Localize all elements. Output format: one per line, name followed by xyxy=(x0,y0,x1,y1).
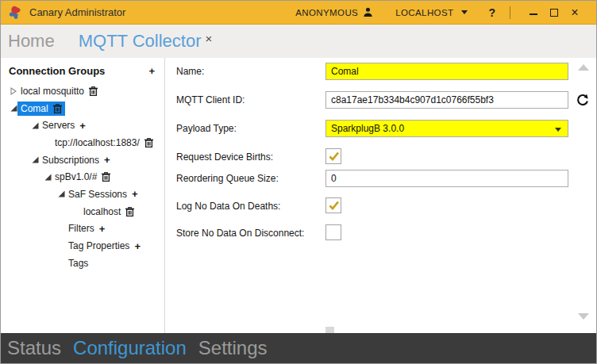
titlebar-divider xyxy=(510,6,510,19)
tree-item-content: localhost xyxy=(83,206,134,217)
tree-item-label: localhost xyxy=(83,206,121,217)
tree-item-servers[interactable]: Servers+ xyxy=(1,117,164,134)
form-row-store-no-data-on-disconnect: Store No Data On Disconnect: xyxy=(165,224,596,242)
trash-icon[interactable] xyxy=(102,172,110,182)
chevron-down-icon xyxy=(461,10,468,14)
store-no-data-on-disconnect-checkbox[interactable] xyxy=(325,224,341,240)
expanded-expander-icon[interactable] xyxy=(44,174,52,181)
add-icon[interactable]: + xyxy=(134,241,141,251)
tab-label: MQTT Collector xyxy=(79,31,202,52)
tree-item-local-mosquitto[interactable]: local mosquitto xyxy=(1,82,164,100)
add-icon[interactable]: + xyxy=(79,121,86,131)
form-row-log-no-data-on-deaths: Log No Data On Deaths: xyxy=(165,197,596,215)
add-icon[interactable]: + xyxy=(104,155,110,165)
user-menu[interactable]: ANONYMOUS xyxy=(295,7,373,17)
trash-icon[interactable] xyxy=(53,104,62,113)
field-label: Store No Data On Disconnect: xyxy=(176,224,304,242)
tab-label: Home xyxy=(8,31,55,52)
footer-tab-settings[interactable]: Settings xyxy=(198,337,268,359)
form-row-request-device-births: Request Device Births: xyxy=(165,148,596,166)
splitter-handle[interactable] xyxy=(325,327,334,333)
form-row-reordering-queue-size: Reordering Queue Size: xyxy=(165,170,596,187)
checkmark-icon xyxy=(328,151,340,162)
tree-item-label: Filters xyxy=(68,223,94,234)
field-label: Name: xyxy=(176,63,204,80)
tree-item-content: SaF Sessions+ xyxy=(68,189,138,200)
field-label: MQTT Client ID: xyxy=(176,91,245,109)
main-content: Connection Groups + local mosquittoComal… xyxy=(1,58,596,333)
tree-item-content: spBv1.0/# xyxy=(55,171,110,182)
trash-icon[interactable] xyxy=(125,207,134,216)
tree-item-content: Tags xyxy=(68,258,88,269)
tree-item-localhost[interactable]: localhost xyxy=(1,203,164,220)
name-input[interactable] xyxy=(325,63,568,80)
tree-item-label: spBv1.0/# xyxy=(55,171,97,182)
expanded-expander-icon[interactable] xyxy=(10,105,17,112)
expanded-expander-icon[interactable] xyxy=(32,122,39,129)
tree-item-tcp-localhost-1883[interactable]: tcp://localhost:1883/ xyxy=(1,134,164,151)
footer-tab-status[interactable]: Status xyxy=(7,337,61,359)
tab-close-icon[interactable]: × xyxy=(206,32,213,45)
app-window: Canary Administrator ANONYMOUS LOCALHOST… xyxy=(0,0,597,364)
selected-tree-item: Comal xyxy=(17,102,65,116)
form-row-payload-type: Payload Type:SparkplugB 3.0.0 xyxy=(165,120,596,137)
log-no-data-on-deaths-checkbox[interactable] xyxy=(325,197,341,213)
scroll-up-arrow-icon[interactable] xyxy=(578,64,589,71)
maximize-icon xyxy=(550,9,558,17)
mqtt-client-id-input[interactable] xyxy=(325,91,568,109)
dropdown-value: SparkplugB 3.0.0 xyxy=(331,123,404,134)
tree-item-filters[interactable]: Filters+ xyxy=(1,220,164,238)
control-mqtt-client-id xyxy=(325,91,568,109)
user-label: ANONYMOUS xyxy=(295,8,358,17)
reordering-queue-size-input[interactable] xyxy=(325,170,568,187)
tree-item-content: Tag Properties+ xyxy=(68,240,141,251)
payload-type-dropdown[interactable]: SparkplugB 3.0.0 xyxy=(325,120,568,137)
maximize-button[interactable] xyxy=(544,4,564,21)
tree-item-content: local mosquitto xyxy=(21,86,98,97)
trash-icon[interactable] xyxy=(89,86,98,96)
tree-item-tag-properties[interactable]: Tag Properties+ xyxy=(1,237,164,255)
field-label: Payload Type: xyxy=(176,120,237,137)
minimize-button[interactable] xyxy=(523,4,544,21)
tree-item-tags[interactable]: Tags xyxy=(1,255,164,272)
control-reordering-queue-size xyxy=(325,170,568,187)
expanded-expander-icon[interactable] xyxy=(58,190,65,197)
tree-item-label: SaF Sessions xyxy=(68,189,127,200)
mqtt-collector-form: Name:MQTT Client ID:Payload Type:Sparkpl… xyxy=(165,58,596,333)
close-button[interactable]: × xyxy=(564,4,585,21)
field-label: Request Device Births: xyxy=(176,148,273,166)
window-title: Canary Administrator xyxy=(29,6,125,18)
trash-icon[interactable] xyxy=(144,138,153,148)
tree-item-saf-sessions[interactable]: SaF Sessions+ xyxy=(1,186,164,203)
footer-tab-configuration[interactable]: Configuration xyxy=(73,337,187,359)
help-button[interactable]: ? xyxy=(488,6,495,19)
person-icon xyxy=(363,7,373,17)
tab-home[interactable]: Home xyxy=(8,31,55,52)
request-device-births-checkbox[interactable] xyxy=(325,148,341,164)
tree-item-label: tcp://localhost:1883/ xyxy=(55,137,140,148)
tab-mqtt-collector[interactable]: MQTT Collector× xyxy=(79,31,213,52)
tree-item-label: Comal xyxy=(21,103,48,114)
expanded-expander-icon[interactable] xyxy=(32,156,39,163)
connection-groups-panel: Connection Groups + local mosquittoComal… xyxy=(1,58,165,333)
sidebar-title: Connection Groups xyxy=(9,65,105,77)
field-label: Log No Data On Deaths: xyxy=(176,197,280,215)
form-row-name: Name: xyxy=(165,63,596,80)
tree-item-label: Tag Properties xyxy=(68,240,129,251)
add-icon[interactable]: + xyxy=(99,224,106,234)
control-payload-type: SparkplugB 3.0.0 xyxy=(325,120,568,137)
scroll-down-arrow-icon[interactable] xyxy=(578,313,589,320)
add-icon[interactable]: + xyxy=(132,189,138,199)
tree-item-content: Subscriptions+ xyxy=(42,155,110,166)
tree-item-label: local mosquitto xyxy=(21,86,84,97)
tree-item-comal[interactable]: Comal xyxy=(1,100,164,117)
control-name xyxy=(325,63,568,80)
tree-item-label: Tags xyxy=(68,258,88,269)
tree-item-subscriptions[interactable]: Subscriptions+ xyxy=(1,151,164,169)
add-connection-group-icon[interactable]: + xyxy=(148,66,155,76)
minimize-icon xyxy=(530,13,537,15)
refresh-icon[interactable] xyxy=(576,94,589,106)
collapsed-expander-icon[interactable] xyxy=(10,87,17,95)
host-selector[interactable]: LOCALHOST xyxy=(395,8,468,17)
tree-item-spbv1-0[interactable]: spBv1.0/# xyxy=(1,168,164,186)
